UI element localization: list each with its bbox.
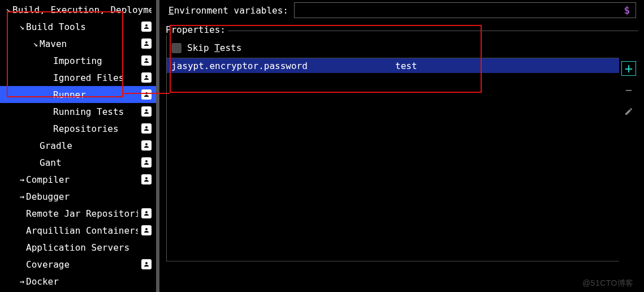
remove-property-button[interactable]: − bbox=[621, 83, 636, 97]
tree-item[interactable]: Running Tests bbox=[0, 103, 156, 120]
project-override-icon bbox=[141, 174, 152, 184]
expand-right-icon: → bbox=[18, 175, 26, 184]
project-override-icon bbox=[141, 259, 152, 269]
tree-item[interactable]: Coverage bbox=[0, 256, 156, 273]
tree-item-label: Compiler bbox=[26, 174, 138, 185]
tree-item-label: Ignored Files bbox=[53, 72, 138, 83]
tree-item-label: Gant bbox=[40, 157, 138, 168]
expand-down-icon: ↘ bbox=[18, 22, 26, 31]
project-override-icon bbox=[141, 225, 152, 235]
tree-item-label: Gradle bbox=[40, 140, 138, 151]
project-override-icon bbox=[141, 38, 152, 49]
tree-item[interactable]: ↘Build, Execution, Deploymen bbox=[0, 1, 156, 18]
tree-item[interactable]: ↘Build Tools bbox=[0, 18, 156, 35]
edit-property-button[interactable] bbox=[621, 104, 636, 119]
env-vars-row: Environment variables: $ bbox=[159, 1, 644, 24]
project-override-icon bbox=[141, 72, 152, 83]
tree-item-label: Importing bbox=[53, 55, 138, 66]
tree-item-label: Remote Jar Repositorie bbox=[26, 208, 138, 219]
property-key: jasypt.encryptor.password bbox=[171, 61, 395, 71]
tree-item[interactable]: Ignored Files bbox=[0, 69, 156, 86]
project-override-icon bbox=[141, 208, 152, 218]
pencil-icon bbox=[624, 107, 633, 116]
property-row[interactable]: jasypt.encryptor.passwordtest bbox=[167, 58, 619, 73]
skip-tests-checkbox[interactable] bbox=[171, 43, 181, 53]
tree-item-label: Debugger bbox=[26, 191, 152, 202]
property-value: test bbox=[395, 61, 615, 71]
tree-item[interactable]: →Docker bbox=[0, 273, 156, 290]
tree-item-label: Runner bbox=[53, 89, 138, 100]
project-override-icon bbox=[141, 55, 152, 66]
tree-item[interactable]: Repositories bbox=[0, 120, 156, 137]
project-override-icon bbox=[141, 140, 152, 151]
tree-item[interactable]: →Compiler bbox=[0, 171, 156, 188]
tree-item-label: Repositories bbox=[53, 123, 138, 134]
tree-item-label: Build, Execution, Deploymen bbox=[12, 5, 152, 15]
tree-item[interactable]: Gradle bbox=[0, 137, 156, 154]
tree-item-label: Maven bbox=[40, 38, 138, 49]
tree-item[interactable]: Importing bbox=[0, 52, 156, 69]
tree-item[interactable]: →Debugger bbox=[0, 188, 156, 205]
skip-tests-row[interactable]: Skip Tests bbox=[167, 41, 638, 58]
tree-item-label: Application Servers bbox=[26, 242, 152, 253]
expand-down-icon: ↘ bbox=[32, 39, 40, 48]
project-override-icon bbox=[141, 157, 152, 168]
expand-right-icon: → bbox=[18, 192, 26, 201]
add-property-button[interactable]: + bbox=[621, 61, 636, 76]
tree-item-selected[interactable]: Runner bbox=[0, 86, 156, 103]
settings-tree[interactable]: ↘Build, Execution, Deploymen↘Build Tools… bbox=[0, 0, 159, 292]
properties-legend: Properties: bbox=[163, 24, 228, 35]
tree-item[interactable]: →Java Profiler bbox=[0, 290, 156, 292]
project-override-icon bbox=[141, 89, 152, 100]
tree-item-label: Build Tools bbox=[26, 22, 138, 32]
env-vars-label: Environment variables: bbox=[168, 5, 288, 16]
watermark: @51CTO博客 bbox=[582, 278, 634, 289]
skip-tests-label: Skip Tests bbox=[187, 42, 241, 53]
properties-table[interactable]: jasypt.encryptor.passwordtest bbox=[167, 58, 619, 261]
properties-tools: + − bbox=[619, 58, 638, 119]
expand-macro-icon[interactable]: $ bbox=[624, 4, 630, 16]
tree-item[interactable]: Application Servers bbox=[0, 239, 156, 256]
tree-item-label: Coverage bbox=[26, 259, 138, 270]
maven-runner-panel: Environment variables: $ Properties: Ski… bbox=[159, 0, 644, 292]
env-vars-input[interactable]: $ bbox=[294, 2, 636, 18]
project-override-icon bbox=[141, 123, 152, 134]
expand-down-icon: ↘ bbox=[5, 5, 12, 14]
project-override-icon bbox=[141, 22, 152, 32]
tree-item[interactable]: Arquillian Containers bbox=[0, 222, 156, 239]
tree-item-label: Arquillian Containers bbox=[26, 225, 138, 236]
tree-item-label: Running Tests bbox=[53, 106, 138, 117]
tree-item[interactable]: Gant bbox=[0, 154, 156, 171]
expand-right-icon: → bbox=[18, 277, 26, 286]
properties-fieldset: Properties: Skip Tests jasypt.encryptor.… bbox=[166, 31, 638, 261]
tree-item[interactable]: Remote Jar Repositorie bbox=[0, 205, 156, 222]
project-override-icon bbox=[141, 106, 152, 117]
tree-item[interactable]: ↘Maven bbox=[0, 35, 156, 52]
tree-item-label: Docker bbox=[26, 276, 152, 287]
